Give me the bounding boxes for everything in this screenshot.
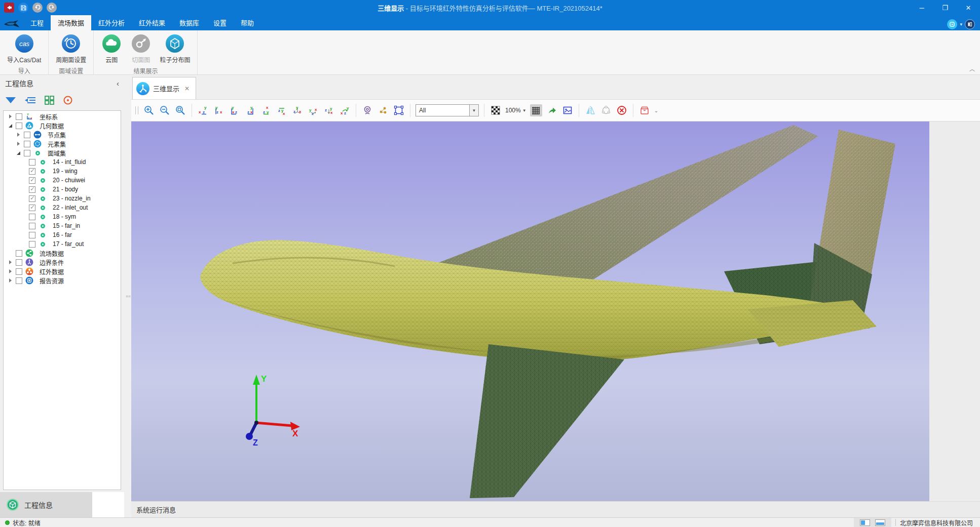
view-left-icon[interactable]: xzy bbox=[197, 104, 209, 116]
zoom-out-icon[interactable] bbox=[159, 104, 171, 116]
layout-bottom-icon[interactable] bbox=[875, 519, 885, 526]
ribbon-collapse-button[interactable]: ︿ bbox=[969, 64, 975, 72]
menu-item-ir-result[interactable]: 红外结果 bbox=[132, 15, 172, 30]
tree-item-geometry-data[interactable]: 几何数据 bbox=[4, 121, 121, 130]
export-arrow-icon[interactable] bbox=[546, 104, 558, 116]
view-iso-2-icon[interactable]: yxz bbox=[307, 104, 319, 116]
menu-item-ir-analysis[interactable]: 红外分析 bbox=[91, 15, 132, 30]
tree-checkbox[interactable] bbox=[16, 250, 22, 257]
tree-item-boundary-conditions[interactable]: 边界条件 bbox=[4, 258, 121, 267]
grid-toggle-icon[interactable] bbox=[530, 104, 542, 116]
import-cas-dat-button[interactable]: cas 导入Cas/Dat bbox=[3, 32, 45, 65]
tree-item-face-set[interactable]: 面域集 bbox=[4, 148, 121, 157]
menu-item-settings[interactable]: 设置 bbox=[206, 15, 234, 30]
snapshot-icon[interactable] bbox=[561, 104, 574, 116]
menu-item-engineering[interactable]: 工程 bbox=[23, 15, 51, 30]
tree-item-infrared-data[interactable]: 红外数据 bbox=[4, 267, 121, 276]
panel-collapse-icon[interactable]: ‹ bbox=[117, 79, 119, 88]
theme-style-icon[interactable] bbox=[947, 19, 957, 29]
display-filter-dropdown[interactable]: All ▼ bbox=[416, 104, 479, 116]
expander-icon[interactable] bbox=[15, 151, 22, 155]
tree-checkbox[interactable] bbox=[24, 132, 30, 138]
transparency-checkerboard-icon[interactable] bbox=[489, 104, 502, 116]
3d-viewport-canvas[interactable]: Y X Z bbox=[131, 121, 929, 501]
tree-checkbox[interactable] bbox=[29, 186, 35, 193]
tree-checkbox[interactable] bbox=[29, 195, 35, 202]
menu-item-help[interactable]: 帮助 bbox=[234, 15, 261, 30]
tree-item-face[interactable]: 18 - sym bbox=[4, 212, 121, 221]
expander-icon[interactable] bbox=[15, 133, 22, 137]
collapse-list-icon[interactable] bbox=[24, 96, 36, 106]
save-icon[interactable] bbox=[18, 3, 28, 13]
view-back-icon[interactable]: zxy bbox=[244, 104, 256, 116]
tree-item-face[interactable]: 14 - int_fluid bbox=[4, 157, 121, 167]
tree-checkbox[interactable] bbox=[29, 214, 35, 220]
tree-checkbox[interactable] bbox=[16, 123, 22, 129]
dropdown-caret-icon[interactable]: ▼ bbox=[469, 105, 478, 116]
contour-plot-button[interactable]: 云图 bbox=[97, 32, 126, 65]
tree-item-face[interactable]: 17 - far_out bbox=[4, 239, 121, 249]
tree-checkbox[interactable] bbox=[16, 259, 22, 266]
layout-style-icon[interactable] bbox=[965, 19, 975, 29]
view-iso-1-icon[interactable]: zxy bbox=[291, 104, 304, 116]
tab-3d-display[interactable]: 三维显示 ✕ bbox=[132, 77, 196, 99]
particle-trace-icon[interactable] bbox=[377, 104, 389, 116]
tree-item-face[interactable]: 15 - far_in bbox=[4, 221, 121, 230]
expander-icon[interactable] bbox=[15, 142, 22, 146]
tree-checkbox[interactable] bbox=[29, 177, 35, 184]
menu-item-flow-field[interactable]: 流场数据 bbox=[51, 15, 91, 30]
layout-split-icon[interactable] bbox=[860, 519, 870, 526]
tree-item-face[interactable]: 21 - body bbox=[4, 185, 121, 194]
periodic-face-settings-button[interactable]: 周期面设置 bbox=[52, 32, 90, 65]
tree-item-report-resources[interactable]: 报告资源 bbox=[4, 276, 121, 285]
particle-distribution-button[interactable]: 粒子分布图 bbox=[156, 32, 194, 65]
tree-checkbox[interactable] bbox=[29, 241, 35, 248]
view-right-icon[interactable]: zxy bbox=[213, 104, 225, 116]
expander-icon[interactable] bbox=[7, 278, 14, 282]
tree-checkbox[interactable] bbox=[29, 159, 35, 166]
delete-icon[interactable] bbox=[616, 104, 628, 116]
redo-icon[interactable] bbox=[47, 3, 57, 13]
slice-plot-button[interactable]: 切面图 bbox=[126, 32, 156, 65]
minimize-button[interactable]: ─ bbox=[910, 0, 933, 15]
zoom-in-icon[interactable] bbox=[143, 104, 155, 116]
panel-splitter[interactable]: ⁞⁞ bbox=[124, 75, 131, 517]
tree-checkbox[interactable] bbox=[29, 232, 35, 238]
tree-item-coordinate-system[interactable]: Yzx 坐标系 bbox=[4, 112, 121, 121]
view-iso-4-icon[interactable]: xzy bbox=[338, 104, 351, 116]
tree-checkbox[interactable] bbox=[16, 277, 22, 284]
view-top-icon[interactable]: zyx bbox=[260, 104, 272, 116]
tree-item-face[interactable]: 22 - inlet_out bbox=[4, 203, 121, 212]
tree-checkbox[interactable] bbox=[29, 205, 35, 211]
app-accent-icon[interactable] bbox=[4, 3, 14, 13]
undo-icon[interactable] bbox=[32, 3, 43, 13]
restore-button[interactable]: ❐ bbox=[933, 0, 957, 15]
theme-caret-icon[interactable]: ▾ bbox=[960, 22, 962, 27]
view-front-icon[interactable]: xzy bbox=[229, 104, 241, 116]
zoom-fit-icon[interactable] bbox=[174, 104, 186, 116]
package-icon[interactable] bbox=[638, 104, 651, 116]
tree-checkbox[interactable] bbox=[24, 150, 30, 156]
tree-item-face[interactable]: 20 - chuiwei bbox=[4, 176, 121, 185]
tree-checkbox[interactable] bbox=[29, 223, 35, 229]
tree-item-node-set[interactable]: 节点集 bbox=[4, 130, 121, 139]
tree-checkbox[interactable] bbox=[16, 268, 22, 275]
expander-icon[interactable] bbox=[7, 124, 14, 128]
tree-item-face[interactable]: 23 - nozzle_in bbox=[4, 194, 121, 203]
filter-triangle-icon[interactable] bbox=[5, 96, 16, 106]
project-info-footer-button[interactable]: 工程信息 bbox=[0, 492, 92, 517]
tab-close-icon[interactable]: ✕ bbox=[184, 85, 190, 92]
select-region-icon[interactable] bbox=[393, 104, 405, 116]
splitter-handle[interactable]: ⁞⁞ bbox=[127, 295, 129, 297]
zoom-level-dropdown[interactable]: 100%▼ bbox=[505, 107, 526, 114]
tree-checkbox[interactable] bbox=[24, 141, 30, 147]
tree-checkbox[interactable] bbox=[29, 168, 35, 175]
tree-item-face[interactable]: 19 - wing bbox=[4, 167, 121, 176]
expander-icon[interactable] bbox=[7, 269, 14, 273]
ring-nodes-icon[interactable] bbox=[600, 104, 612, 116]
tree-item-face[interactable]: 16 - far bbox=[4, 230, 121, 239]
close-button[interactable]: ✕ bbox=[957, 0, 980, 15]
target-ring-icon[interactable] bbox=[63, 95, 73, 107]
expander-icon[interactable] bbox=[7, 114, 14, 118]
view-iso-3-icon[interactable]: zyx bbox=[323, 104, 335, 116]
